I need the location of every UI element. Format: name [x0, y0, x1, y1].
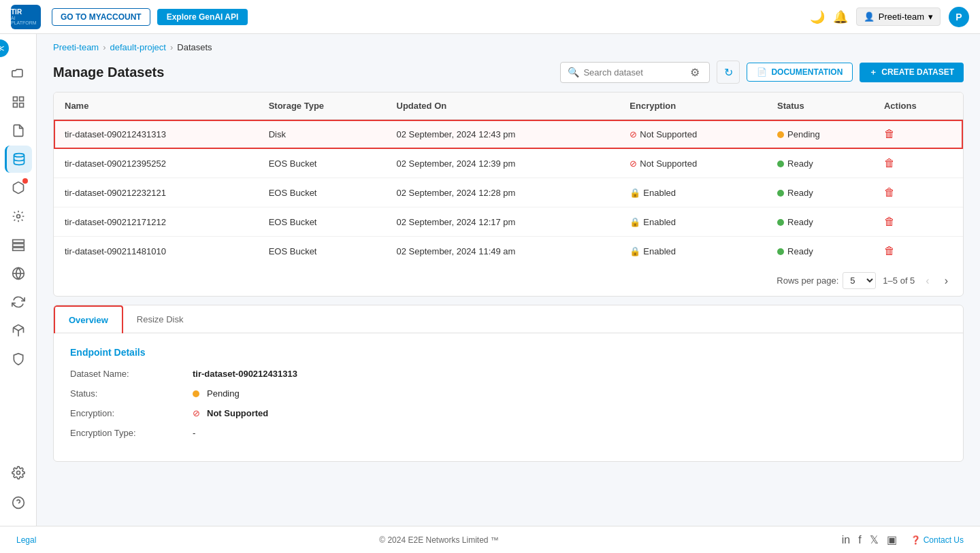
filter-button[interactable]: ⚙ — [687, 66, 702, 79]
datasets-table: Name Storage Type Updated On Encryption … — [54, 93, 963, 265]
svg-rect-7 — [12, 244, 24, 246]
delete-button[interactable]: 🗑 — [884, 128, 895, 140]
sidebar-item-deployments[interactable] — [5, 203, 32, 230]
myaccount-button[interactable]: GO TO MYACCOUNT — [52, 8, 150, 26]
sidebar-item-storage[interactable] — [5, 317, 32, 344]
plus-icon: ＋ — [869, 67, 877, 78]
linkedin-icon[interactable]: in — [842, 534, 850, 546]
cell-updated: 02 September, 2024 12:39 pm — [386, 149, 619, 178]
rows-per-page: Rows per page: 5 10 25 — [777, 272, 876, 289]
table-row[interactable]: tir-dataset-090211481010EOS Bucket02 Sep… — [54, 237, 963, 266]
delete-button[interactable]: 🗑 — [884, 157, 895, 169]
user-menu-button[interactable]: 👤 Preeti-team ▾ — [856, 7, 941, 26]
sidebar-item-help[interactable] — [5, 489, 32, 516]
delete-button[interactable]: 🗑 — [884, 186, 895, 199]
sidebar-bottom — [5, 459, 32, 518]
prev-page-button[interactable]: ‹ — [921, 273, 933, 288]
svg-point-4 — [14, 154, 24, 157]
breadcrumb-sep1: › — [103, 42, 105, 52]
svg-rect-0 — [13, 97, 17, 101]
delete-button[interactable]: 🗑 — [884, 216, 895, 228]
svg-point-5 — [16, 215, 20, 218]
refresh-button[interactable]: ↻ — [717, 61, 740, 84]
page-info: 1–5 of 5 — [883, 275, 915, 286]
rss-icon[interactable]: ▣ — [887, 533, 897, 546]
sidebar-item-document[interactable] — [5, 117, 32, 144]
cell-encryption: ⊘Not Supported — [619, 149, 766, 178]
darkmode-toggle[interactable]: 🌙 — [810, 10, 825, 24]
table-row[interactable]: tir-dataset-090212232121EOS Bucket02 Sep… — [54, 178, 963, 207]
table-row[interactable]: tir-dataset-090212431313Disk02 September… — [54, 120, 963, 149]
next-page-button[interactable]: › — [941, 273, 952, 288]
footer: Legal © 2024 E2E Networks Limited ™ in f… — [0, 526, 980, 553]
rows-per-page-select[interactable]: 5 10 25 — [843, 272, 876, 289]
logo-sub: AI PLATFORM — [11, 16, 41, 25]
breadcrumb-project[interactable]: default-project — [110, 42, 166, 52]
breadcrumb-team[interactable]: Preeti-team — [53, 42, 99, 52]
lock-icon: 🔒 — [630, 217, 640, 227]
col-updated: Updated On — [386, 93, 619, 120]
field-value-name: tir-dataset-090212431313 — [193, 369, 297, 379]
status-dot — [777, 190, 784, 197]
page-title: Manage Datasets — [53, 65, 164, 80]
cell-storage: Disk — [258, 120, 386, 149]
field-label-enc-type: Encryption Type: — [70, 428, 193, 438]
cell-actions: 🗑 — [873, 178, 963, 207]
chevron-down-icon: ▾ — [928, 12, 933, 22]
svg-rect-8 — [12, 248, 24, 250]
facebook-icon[interactable]: f — [858, 534, 861, 546]
sidebar-item-dashboard[interactable] — [5, 88, 32, 116]
sidebar-item-package[interactable] — [5, 174, 32, 201]
delete-button[interactable]: 🗑 — [884, 245, 895, 257]
sidebar-item-network[interactable] — [5, 260, 32, 287]
cell-actions: 🗑 — [873, 120, 963, 149]
detail-row-status: Status: Pending — [70, 388, 947, 399]
notifications-button[interactable]: 🔔 — [833, 10, 848, 24]
sidebar: ≪ — [0, 34, 37, 526]
svg-rect-2 — [13, 103, 17, 107]
col-name: Name — [54, 93, 258, 120]
app-body: ≪ — [0, 34, 980, 526]
cell-actions: 🗑 — [873, 237, 963, 266]
logo-box: TIR AI PLATFORM — [11, 5, 41, 29]
header-actions: 🔍 ⚙ ↻ 📄 DOCUMENTATION ＋ CREATE DATASET — [560, 61, 964, 84]
cell-encryption: 🔒Enabled — [619, 207, 766, 237]
sidebar-item-folder[interactable] — [5, 60, 32, 87]
search-icon: 🔍 — [568, 67, 579, 78]
cell-updated: 02 September, 2024 12:43 pm — [386, 120, 619, 149]
notification-badge — [22, 178, 28, 184]
field-value-status: Pending — [193, 388, 240, 399]
create-dataset-button[interactable]: ＋ CREATE DATASET — [860, 63, 964, 82]
cell-storage: EOS Bucket — [258, 149, 386, 178]
sidebar-item-sync[interactable] — [5, 288, 32, 316]
footer-copyright: © 2024 E2E Networks Limited ™ — [379, 535, 499, 545]
table-body: tir-dataset-090212431313Disk02 September… — [54, 120, 963, 266]
cell-encryption: 🔒Enabled — [619, 178, 766, 207]
cell-actions: 🗑 — [873, 149, 963, 178]
status-dot — [777, 161, 784, 167]
twitter-icon[interactable]: 𝕏 — [870, 533, 879, 546]
contact-us-link[interactable]: ❓ Contact Us — [911, 535, 964, 545]
genai-button[interactable]: Explore GenAI API — [157, 9, 248, 25]
sidebar-item-datasets[interactable] — [5, 146, 32, 173]
breadcrumb-sep2: › — [170, 42, 173, 52]
table-row[interactable]: tir-dataset-090212171212EOS Bucket02 Sep… — [54, 207, 963, 237]
search-input[interactable] — [583, 67, 687, 78]
sidebar-item-security[interactable] — [5, 346, 32, 373]
tab-resize-disk[interactable]: Resize Disk — [123, 305, 197, 333]
documentation-button[interactable]: 📄 DOCUMENTATION — [747, 63, 853, 82]
cell-name: tir-dataset-090212395252 — [54, 149, 258, 178]
sidebar-toggle[interactable]: ≪ — [0, 39, 9, 57]
cell-name: tir-dataset-090211481010 — [54, 237, 258, 266]
svg-rect-6 — [12, 240, 24, 243]
table-header-row: Name Storage Type Updated On Encryption … — [54, 93, 963, 120]
sidebar-item-settings[interactable] — [5, 459, 32, 486]
sidebar-item-nodes[interactable] — [5, 231, 32, 258]
tab-overview[interactable]: Overview — [54, 305, 123, 333]
detail-panel: Overview Resize Disk Endpoint Details Da… — [53, 305, 964, 462]
footer-legal[interactable]: Legal — [16, 535, 36, 545]
status-dot — [777, 131, 784, 138]
table-row[interactable]: tir-dataset-090212395252EOS Bucket02 Sep… — [54, 149, 963, 178]
tabs: Overview Resize Disk — [54, 305, 963, 333]
not-supported-icon: ⊘ — [193, 408, 200, 418]
